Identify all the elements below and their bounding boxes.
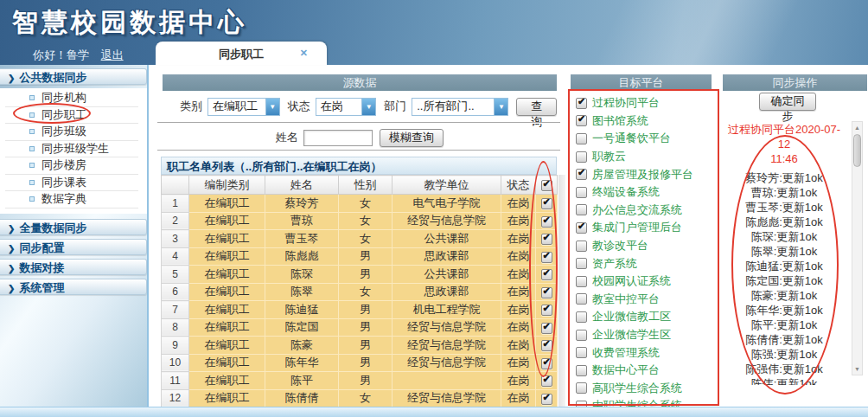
platform-checkbox[interactable]	[576, 293, 587, 305]
platform-label: 数据中心平台	[592, 362, 660, 378]
platform-option[interactable]: 集成门户管理后台	[576, 219, 712, 237]
row-checkbox[interactable]	[541, 358, 552, 369]
sidebar-item[interactable]: 同步班级学生	[5, 141, 138, 158]
sidebar-item-label: 同步职工	[41, 107, 86, 123]
table-scrollbar[interactable]	[558, 175, 565, 407]
platform-option[interactable]: 校园网认证系统	[576, 273, 712, 291]
sidebar-item[interactable]: 数据字典	[5, 191, 138, 208]
row-checkbox[interactable]	[541, 234, 552, 245]
cell-type: 在编职工	[189, 212, 265, 230]
row-checkbox[interactable]	[541, 305, 552, 316]
status-select[interactable]: 在岗	[316, 98, 376, 116]
sidebar-item[interactable]: 同步班级	[5, 124, 138, 141]
cell-status: 在岗	[501, 212, 536, 230]
cell-status: 在岗	[501, 230, 536, 248]
row-checkbox[interactable]	[541, 269, 552, 280]
sidebar-item[interactable]: 同步楼房	[5, 157, 138, 175]
platform-checkbox[interactable]	[576, 241, 587, 252]
platform-checkbox[interactable]	[576, 151, 587, 163]
tab-sync-staff[interactable]: 同步职工	[156, 42, 327, 65]
platform-option[interactable]: 办公信息交流系统	[576, 202, 712, 220]
log-entry: 曹玉琴:更新1ok	[726, 200, 842, 215]
tab-close-icon[interactable]	[300, 48, 308, 59]
sidebar-item[interactable]: 同步职工	[5, 107, 138, 125]
chevron-down-icon[interactable]	[361, 99, 375, 115]
platform-option[interactable]: 职教云	[576, 148, 712, 166]
category-select[interactable]: 在编职工	[207, 98, 280, 116]
row-checkbox[interactable]	[541, 198, 552, 209]
sidebar-section[interactable]: 同步配置	[0, 239, 147, 255]
platform-option[interactable]: 企业微信教工区	[576, 308, 712, 326]
cell-select	[536, 301, 558, 319]
platform-option[interactable]: 收费管理系统	[576, 343, 712, 362]
platform-checkbox[interactable]	[576, 330, 587, 341]
sidebar-section-public-data-sync[interactable]: 公共数据同步	[0, 68, 147, 85]
platform-option[interactable]: 数据中心平台	[576, 362, 712, 380]
row-checkbox[interactable]	[541, 394, 552, 405]
chevron-down-icon[interactable]	[265, 99, 279, 115]
source-data-panel-header: 源数据	[163, 74, 557, 91]
cell-type: 在编职工	[189, 283, 265, 301]
platform-checkbox[interactable]	[576, 258, 587, 269]
chevron-down-icon[interactable]	[494, 99, 507, 115]
cell-status: 在岗	[501, 372, 536, 390]
query-button[interactable]: 查询	[516, 98, 557, 116]
bullet-icon	[29, 180, 35, 185]
cell-name: 陈年华	[265, 354, 339, 372]
platform-checkbox[interactable]	[576, 115, 587, 126]
platform-checkbox[interactable]	[576, 382, 587, 394]
platform-checkbox[interactable]	[576, 204, 587, 215]
name-search-bar: 姓名 模糊查询	[163, 127, 557, 148]
row-number: 5	[162, 266, 189, 284]
platform-checkbox[interactable]	[576, 276, 587, 287]
cell-status: 在岗	[501, 195, 536, 213]
logout-link[interactable]: 退出	[101, 48, 124, 61]
name-input[interactable]	[303, 130, 373, 146]
scroll-thumb[interactable]	[853, 134, 861, 167]
row-checkbox[interactable]	[541, 252, 552, 263]
cell-unit: 经贸与信息学院	[393, 337, 501, 355]
platform-checkbox[interactable]	[576, 347, 587, 358]
platform-option[interactable]: 一号通餐饮平台	[576, 130, 712, 148]
row-checkbox[interactable]	[541, 287, 552, 298]
sidebar-section[interactable]: 全量数据同步	[0, 219, 147, 235]
platform-checkbox[interactable]	[576, 311, 587, 323]
bullet-icon	[29, 196, 35, 202]
scroll-up-icon[interactable]	[852, 122, 862, 133]
sidebar-item[interactable]: 同步机构	[5, 90, 138, 107]
fuzzy-query-button[interactable]: 模糊查询	[380, 129, 444, 147]
platform-checkbox[interactable]	[576, 169, 587, 180]
row-checkbox[interactable]	[541, 323, 552, 334]
platform-option[interactable]: 教室中控平台	[576, 291, 712, 309]
platform-option[interactable]: 终端设备系统	[576, 183, 712, 202]
platform-option[interactable]: 高职学生综合系统	[576, 380, 712, 398]
select-all-checkbox[interactable]	[541, 180, 552, 191]
platform-checkbox[interactable]	[576, 133, 587, 144]
platform-checkbox[interactable]	[576, 187, 587, 198]
scroll-down-icon[interactable]	[852, 363, 862, 375]
platform-option[interactable]: 房屋管理及报修平台	[576, 165, 712, 183]
platform-option[interactable]: 企业微信学生区	[576, 326, 712, 344]
cell-name: 蔡玲芳	[265, 195, 339, 213]
sidebar-item[interactable]: 同步课表	[5, 175, 138, 192]
platform-option[interactable]: 资产系统	[576, 254, 712, 273]
dept-select[interactable]: ..所有部门..	[412, 98, 508, 116]
platform-option[interactable]: 过程协同平台	[576, 94, 712, 112]
platform-option[interactable]: 教诊改平台	[576, 237, 712, 255]
cell-gender: 女	[339, 195, 393, 213]
platform-checkbox[interactable]	[576, 222, 587, 234]
status-label: 状态	[288, 99, 310, 114]
row-checkbox[interactable]	[541, 375, 552, 387]
sidebar-section[interactable]: 系统管理	[0, 279, 147, 295]
platform-checkbox[interactable]	[576, 98, 587, 109]
cell-select	[536, 212, 558, 230]
log-scrollbar[interactable]	[852, 121, 863, 375]
row-checkbox[interactable]	[541, 216, 552, 228]
app-logo: 智慧校园数据中心	[12, 5, 247, 41]
sidebar-section[interactable]: 数据对接	[0, 259, 147, 275]
row-checkbox[interactable]	[541, 340, 552, 351]
cell-select	[536, 318, 558, 337]
platform-checkbox[interactable]	[576, 365, 587, 376]
confirm-sync-button[interactable]: 确定同步	[759, 93, 816, 111]
platform-option[interactable]: 图书馆系统	[576, 112, 712, 131]
